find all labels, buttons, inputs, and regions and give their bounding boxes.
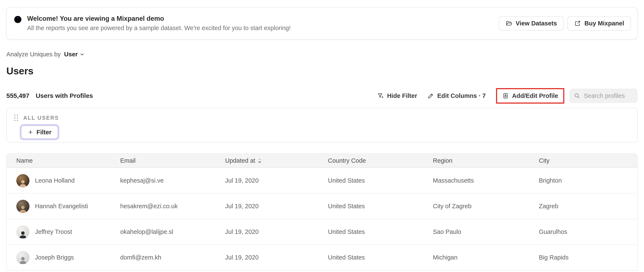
user-country-code: United States (318, 168, 423, 193)
user-name: Joseph Briggs (35, 254, 74, 261)
user-updated-at: Jul 19, 2020 (216, 193, 318, 219)
funnel-plus-icon (377, 92, 384, 99)
avatar (16, 200, 30, 213)
user-city: Zagreb (529, 193, 637, 219)
add-filter-button[interactable]: Filter (21, 126, 58, 139)
view-datasets-button[interactable]: View Datasets (499, 16, 564, 30)
avatar (16, 174, 30, 187)
pencil-icon (427, 92, 434, 99)
filter-group-label: ALL USERS (23, 115, 59, 121)
user-city: Big Rapids (529, 245, 637, 270)
table-row[interactable]: Joseph Briggs domfi@zem.kh Jul 19, 2020 … (7, 245, 637, 270)
banner-subtitle: All the reports you see are powered by a… (27, 24, 291, 32)
user-email: kephesaj@si.ve (111, 168, 216, 193)
user-country-code: United States (318, 219, 423, 245)
sort-carets-icon (258, 158, 262, 164)
user-city: Guarulhos (529, 219, 637, 245)
chevron-down-icon (80, 52, 84, 57)
user-updated-at: Jul 19, 2020 (216, 168, 318, 193)
column-header-updated-at[interactable]: Updated at (216, 154, 318, 168)
annotation-highlight-box: Add/Edit Profile (496, 88, 564, 104)
hide-filter-button[interactable]: Hide Filter (377, 92, 417, 99)
analyze-by-dropdown[interactable]: User (64, 51, 84, 58)
info-icon (13, 15, 22, 24)
external-link-icon (574, 20, 581, 27)
user-name: Hannah Evangelisti (35, 203, 88, 210)
column-header-email[interactable]: Email (111, 154, 216, 168)
add-edit-profile-label: Add/Edit Profile (512, 92, 558, 99)
column-header-region[interactable]: Region (423, 154, 529, 168)
open-folder-icon (506, 20, 512, 27)
user-country-code: United States (318, 245, 423, 270)
table-toolbar: Hide Filter Edit Columns · 7 Add/Edit Pr… (377, 88, 638, 104)
drag-handle-icon[interactable] (14, 114, 19, 121)
column-header-city[interactable]: City (529, 154, 637, 168)
stats-toolbar-row: 555,497 Users with Profiles Hide Filter … (6, 86, 638, 105)
column-header-country-code[interactable]: Country Code (318, 154, 423, 168)
person-silhouette-icon (18, 255, 28, 264)
users-table-header: Name Email Updated at Country Code (7, 154, 637, 168)
table-row[interactable]: Jeffrey Troost okahelop@lalijpe.sl Jul 1… (7, 219, 637, 245)
analyze-uniques-row: Analyze Uniques by User (6, 51, 84, 58)
person-silhouette-icon (18, 204, 28, 213)
banner-message: Welcome! You are viewing a Mixpanel demo… (13, 14, 291, 32)
profiles-count-label: Users with Profiles (36, 92, 93, 99)
person-silhouette-icon (18, 178, 28, 187)
profiles-summary: 555,497 Users with Profiles (6, 92, 93, 99)
page-title: Users (6, 65, 34, 77)
add-edit-profile-button[interactable]: Add/Edit Profile (502, 92, 558, 99)
users-table-body: Leona Holland kephesaj@si.ve Jul 19, 202… (7, 168, 637, 270)
analyze-uniques-label: Analyze Uniques by (6, 51, 61, 58)
user-email: hesakrem@ezi.co.uk (111, 193, 216, 219)
buy-mixpanel-label: Buy Mixpanel (584, 20, 624, 27)
avatar (16, 251, 30, 264)
person-silhouette-icon (18, 230, 28, 239)
user-updated-at: Jul 19, 2020 (216, 219, 318, 245)
analyze-by-value: User (64, 51, 78, 58)
add-filter-label: Filter (36, 129, 52, 136)
edit-columns-button[interactable]: Edit Columns · 7 (427, 92, 486, 99)
user-name: Leona Holland (35, 177, 74, 184)
plus-icon (28, 129, 34, 135)
search-profiles-box (570, 89, 638, 103)
hide-filter-label: Hide Filter (387, 92, 417, 99)
user-updated-at: Jul 19, 2020 (216, 245, 318, 270)
avatar (16, 225, 30, 239)
view-datasets-label: View Datasets (516, 20, 557, 27)
user-city: Brighton (529, 168, 637, 193)
id-badge-user-icon (502, 92, 509, 99)
table-row[interactable]: Hannah Evangelisti hesakrem@ezi.co.uk Ju… (7, 193, 637, 219)
search-icon (574, 92, 580, 99)
user-region: Massachusetts (423, 168, 529, 193)
user-email: okahelop@lalijpe.sl (111, 219, 216, 245)
user-email: domfi@zem.kh (111, 245, 216, 270)
demo-banner: Welcome! You are viewing a Mixpanel demo… (6, 7, 638, 39)
buy-mixpanel-button[interactable]: Buy Mixpanel (568, 16, 631, 30)
user-region: Michigan (423, 245, 529, 270)
profiles-count: 555,497 (6, 92, 29, 99)
user-name: Jeffrey Troost (35, 228, 72, 235)
users-table: Name Email Updated at Country Code (6, 153, 638, 271)
user-country-code: United States (318, 193, 423, 219)
user-region: City of Zagreb (423, 193, 529, 219)
table-row[interactable]: Leona Holland kephesaj@si.ve Jul 19, 202… (7, 168, 637, 193)
edit-columns-label: Edit Columns · 7 (437, 92, 486, 99)
filter-panel: ALL USERS Filter (6, 108, 638, 143)
banner-title: Welcome! You are viewing a Mixpanel demo (27, 14, 291, 23)
user-region: Sao Paulo (423, 219, 529, 245)
column-header-name[interactable]: Name (7, 154, 111, 168)
